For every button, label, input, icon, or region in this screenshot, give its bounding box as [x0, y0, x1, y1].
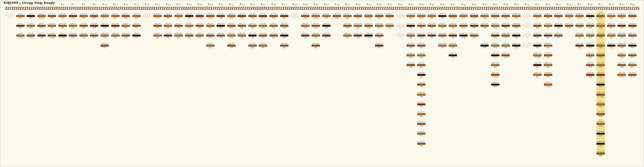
band-item[interactable]: p213 (2)N/A: [595, 72, 606, 78]
band-item[interactable]: p225 (9)N/A: [606, 43, 617, 48]
band-item[interactable]: p5 (9)N/A: [25, 13, 36, 19]
band-item[interactable]: p13 (2)57.45/2: [47, 33, 57, 38]
band-item[interactable]: p157 (0)N/A: [490, 33, 501, 38]
band-item[interactable]: p115 (13)N/A: [405, 23, 416, 29]
band-item[interactable]: p40 (14)19.15: [152, 13, 163, 19]
band-item[interactable]: p3 (1)N/A: [15, 23, 26, 29]
band-item[interactable]: p129 (0)N/A: [416, 102, 427, 107]
band-item[interactable]: p230 (1)N/A: [616, 53, 627, 58]
band-item[interactable]: p29 (0)N/A: [99, 43, 110, 48]
band-item[interactable]: p90 (1)N/A: [310, 33, 321, 38]
band-item[interactable]: p195 (13)9.58: [564, 23, 575, 29]
band-item[interactable]: p170 (1)N/A: [511, 33, 522, 38]
band-item[interactable]: p4 (0)57.45/2: [15, 33, 26, 38]
band-item[interactable]: p82 (2)N/A: [279, 33, 290, 38]
band-item[interactable]: p119 (0)0.00: [405, 62, 416, 68]
band-item[interactable]: p128 (12)N/A: [416, 92, 427, 97]
band-item[interactable]: p85 (9)N/A: [300, 13, 311, 19]
band-item[interactable]: p89 (0)N/A: [310, 23, 321, 29]
band-item[interactable]: p151 (11)N/A: [469, 33, 480, 38]
band-item[interactable]: p159 (0)N/A: [490, 53, 501, 58]
band-item[interactable]: p135 (13)N/A: [426, 23, 437, 29]
band-item[interactable]: p45 (9)9.58: [163, 33, 173, 38]
band-item[interactable]: p56 (1)N/A: [205, 23, 216, 29]
band-item[interactable]: p73 (2)19.15: [258, 13, 268, 19]
band-item[interactable]: p173 (2)N/A: [521, 23, 532, 29]
band-item[interactable]: p172 (0)N/A: [521, 13, 532, 19]
band-item[interactable]: p2 (2)N/A: [15, 13, 26, 19]
band-item[interactable]: p187 (2)N/A: [543, 53, 553, 58]
band-item[interactable]: p161 (0)57.45/2: [490, 72, 501, 78]
band-item[interactable]: p32 (0)N/A: [110, 33, 121, 38]
band-item[interactable]: p100 (14)N/A: [353, 23, 363, 29]
band-item[interactable]: p149 (0)57.45/2: [469, 13, 480, 19]
band-item[interactable]: p15 (13)N/A: [57, 23, 68, 29]
band-item[interactable]: p20 (14)N/A: [78, 13, 89, 19]
band-item[interactable]: p218 (2)19.15: [595, 121, 606, 127]
band-item[interactable]: p216 (1)N/A: [595, 102, 606, 107]
band-item[interactable]: p59 (0)N/A: [215, 13, 226, 19]
band-item[interactable]: p55 (13)19.15: [205, 13, 216, 19]
band-item[interactable]: p169 (0)N/A: [511, 23, 522, 29]
band-item[interactable]: p212 (0)N/A: [595, 62, 606, 68]
band-item[interactable]: p79 (0)N/A: [268, 33, 279, 38]
band-item[interactable]: p84 (0)N/A: [289, 13, 300, 19]
band-item[interactable]: p105 (9)N/A: [374, 13, 385, 19]
band-item[interactable]: p177 (0)N/A: [532, 23, 543, 29]
band-item[interactable]: p201 (0)N/A: [585, 23, 596, 29]
band-item[interactable]: p41 (0)N/A: [152, 23, 163, 29]
band-item[interactable]: p232 (0)57.45/2: [616, 72, 627, 78]
band-item[interactable]: p153 (2)N/A: [479, 23, 490, 29]
band-item[interactable]: p97 (0)N/A: [342, 23, 353, 29]
band-item[interactable]: p64 (0)N/A: [226, 33, 237, 38]
band-item[interactable]: p33 (2)N/A: [120, 13, 131, 19]
band-item[interactable]: p12 (0)N/A: [47, 23, 57, 29]
band-item[interactable]: p96 (1)N/A: [342, 13, 353, 19]
band-item[interactable]: p204 (0)N/A: [585, 53, 596, 58]
band-item[interactable]: p61 (0)N/A: [215, 33, 226, 38]
band-item[interactable]: p68 (12)N/A: [236, 33, 247, 38]
band-item[interactable]: p234 (0)N/A: [627, 23, 638, 29]
band-item[interactable]: p110 (1)N/A: [384, 23, 395, 29]
band-item[interactable]: p196 (1)19.15: [574, 13, 585, 19]
band-item[interactable]: p58 (2)N/A: [205, 43, 216, 48]
band-item[interactable]: p156 (1)N/A: [490, 23, 501, 29]
band-item[interactable]: p191 (11)N/A: [553, 13, 564, 19]
band-item[interactable]: p193 (2)N/A: [553, 33, 564, 38]
band-item[interactable]: p50 (1)9.58: [184, 23, 195, 29]
band-item[interactable]: p27 (2)N/A: [99, 23, 110, 29]
band-item[interactable]: p147 (2)N/A: [458, 23, 469, 29]
band-item[interactable]: p87 (2)N/A: [300, 33, 311, 38]
band-item[interactable]: p183 (1)N/A: [543, 13, 553, 19]
band-item[interactable]: p49 (0)N/A: [184, 13, 195, 19]
band-item[interactable]: p81 (0)9.58: [279, 23, 290, 29]
band-item[interactable]: p86 (0)N/A: [300, 23, 311, 29]
band-item[interactable]: p130 (1)N/A: [416, 111, 427, 117]
band-item[interactable]: p239 (0)19.15: [627, 72, 638, 78]
band-item[interactable]: p188 (12)N/A: [543, 62, 553, 68]
band-item[interactable]: p163 (1)N/A: [500, 13, 511, 19]
band-item[interactable]: p101 (0)N/A: [353, 33, 363, 38]
band-item[interactable]: p99 (0)N/A: [353, 13, 363, 19]
band-item[interactable]: p210 (1)N/A: [595, 43, 606, 48]
band-item[interactable]: p198 (2)N/A: [574, 33, 585, 38]
band-item[interactable]: p186 (0)N/A: [543, 43, 553, 48]
band-item[interactable]: p48 (12)N/A: [173, 33, 184, 38]
band-item[interactable]: p231 (11)N/A: [616, 62, 627, 68]
band-item[interactable]: p52 (0)57.45/2: [194, 13, 205, 19]
band-item[interactable]: p207 (2)N/A: [595, 13, 606, 19]
band-item[interactable]: p8 (12)57.45/2: [36, 13, 47, 19]
band-item[interactable]: p80 (14)N/A: [279, 13, 290, 19]
band-item[interactable]: p88 (12)19.15: [310, 13, 321, 19]
band-item[interactable]: p167 (2)N/A: [500, 53, 511, 58]
band-item[interactable]: p112 (0)N/A: [395, 23, 406, 29]
band-item[interactable]: p31 (11)N/A: [110, 23, 121, 29]
band-item[interactable]: p205 (9)N/A: [585, 62, 596, 68]
band-item[interactable]: p221 (0)N/A: [595, 151, 606, 156]
band-item[interactable]: p36 (1)N/A: [131, 13, 142, 19]
band-item[interactable]: p21 (0)N/A: [78, 23, 89, 29]
band-item[interactable]: p185 (9)N/A: [543, 33, 553, 38]
band-item[interactable]: p9 (0)N/A: [36, 23, 47, 29]
band-item[interactable]: p22 (2)9.58: [78, 33, 89, 38]
band-item[interactable]: p146 (0)N/A: [458, 13, 469, 19]
